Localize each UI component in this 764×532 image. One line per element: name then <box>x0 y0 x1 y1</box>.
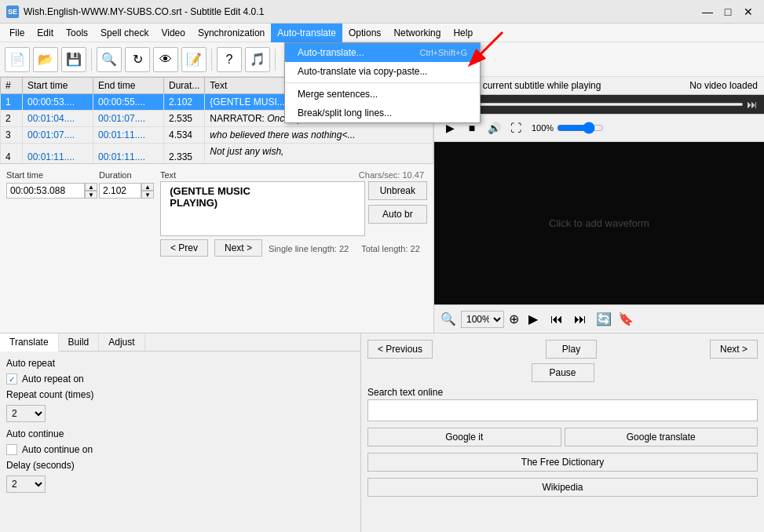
col-num: # <box>1 78 23 94</box>
delay-select[interactable]: 2 3 5 <box>6 476 46 493</box>
maximize-button[interactable]: □ <box>718 5 737 19</box>
view-button[interactable]: 👁 <box>153 47 178 72</box>
waveform-skip-end[interactable]: ⏭ <box>747 98 758 111</box>
cell-end: 00:01:07.... <box>93 111 164 127</box>
translate-next-button[interactable]: Next > <box>710 340 758 359</box>
start-time-up[interactable]: ▲ <box>85 183 97 191</box>
titlebar-left: SE Wish.English-WWW.MY-SUBS.CO.srt - Sub… <box>6 5 264 18</box>
next-button[interactable]: Next > <box>214 239 262 257</box>
auto-continue-on-label: Auto continue on <box>22 444 93 455</box>
start-time-down[interactable]: ▼ <box>85 191 97 199</box>
total-length: Total length: 22 <box>361 244 420 253</box>
tab-build[interactable]: Build <box>59 333 100 351</box>
menu-edit[interactable]: Edit <box>31 24 60 42</box>
close-button[interactable]: ✕ <box>739 5 758 19</box>
cell-start: 00:01:11.... <box>23 144 93 164</box>
start-time-group: Start time ▲ ▼ <box>6 170 93 199</box>
minimize-button[interactable]: — <box>698 5 717 19</box>
help-button[interactable]: ? <box>217 47 242 72</box>
menu-tools[interactable]: Tools <box>60 24 94 42</box>
auto-repeat-row: Auto repeat <box>6 358 354 369</box>
duration-up[interactable]: ▲ <box>141 183 154 191</box>
cell-start: 00:01:04.... <box>23 111 93 127</box>
auto-br-button[interactable]: Auto br <box>368 205 427 224</box>
dropdown-merge-sentences[interactable]: Merge sentences... <box>285 85 480 104</box>
translate-nav-top: < Previous Play Next > <box>367 340 758 359</box>
menu-options[interactable]: Options <box>342 24 387 42</box>
waveform-button[interactable]: 🎵 <box>245 47 270 72</box>
app-icon: SE <box>6 5 19 18</box>
menu-synchronization[interactable]: Synchronization <box>192 24 271 42</box>
volume-button[interactable]: 🔊 <box>484 118 503 137</box>
tab-adjust[interactable]: Adjust <box>99 333 144 351</box>
duration-down[interactable]: ▼ <box>141 191 154 199</box>
google-it-button[interactable]: Google it <box>367 428 561 446</box>
video-content[interactable]: Click to add waveform <box>434 142 764 304</box>
zoom-select[interactable]: 100% <box>461 311 504 328</box>
table-row[interactable]: 4 00:01:11.... 00:01:11.... 2.335 Not ju… <box>1 144 433 164</box>
search-label: Search text online <box>367 387 758 398</box>
google-translate-button[interactable]: Google translate <box>565 428 759 446</box>
open-button[interactable]: 📂 <box>33 47 58 72</box>
dropdown-break-split[interactable]: Break/split long lines... <box>285 104 480 122</box>
search-input[interactable] <box>367 399 758 421</box>
zoom-out-icon[interactable]: 🔍 <box>440 312 456 326</box>
menu-help[interactable]: Help <box>447 24 479 42</box>
cell-num: 1 <box>1 94 23 111</box>
free-dictionary-button[interactable]: The Free Dictionary <box>367 453 758 472</box>
cell-start: 00:01:07.... <box>23 127 93 144</box>
save-button[interactable]: 💾 <box>61 47 86 72</box>
new-button[interactable]: 📄 <box>5 47 30 72</box>
transport-bar: ▶ ■ 🔊 ⛶ 100% <box>434 114 764 142</box>
unbreak-buttons: Unbreak Auto br <box>368 181 427 224</box>
dropdown-menu: Auto-translate... Ctrl+Shift+G Auto-tran… <box>284 42 481 123</box>
auto-repeat-on-checkbox[interactable] <box>6 373 17 384</box>
menu-autotranslate[interactable]: Auto-translate <box>271 24 342 42</box>
duration-input[interactable] <box>99 183 141 199</box>
translate-panel: Translate Build Adjust Auto repeat Auto … <box>0 333 361 532</box>
go-to-end-btn[interactable]: ⏭ <box>571 310 590 329</box>
fullscreen-button[interactable]: ⛶ <box>506 118 525 137</box>
dropdown-autotranslate-copypaste[interactable]: Auto-translate via copy-paste... <box>285 62 480 81</box>
pause-row: Pause <box>367 363 758 382</box>
delay-label: Delay (seconds) <box>6 460 75 471</box>
loop-btn[interactable]: 🔄 <box>594 310 613 329</box>
repeat-count-label: Repeat count (times) <box>6 389 93 400</box>
menu-spellcheck[interactable]: Spell check <box>94 24 155 42</box>
menu-video[interactable]: Video <box>155 24 191 42</box>
menu-networking[interactable]: Networking <box>387 24 447 42</box>
cell-dur: 2.102 <box>164 94 205 111</box>
tab-translate[interactable]: Translate <box>0 333 59 352</box>
refresh-button[interactable]: ↻ <box>125 47 150 72</box>
prev-button[interactable]: < Prev <box>160 239 208 257</box>
dropdown-separator <box>285 82 480 83</box>
edit-area: Start time ▲ ▼ Duration <box>0 163 433 333</box>
translate-pause-button[interactable]: Pause <box>532 363 594 382</box>
dropdown-autotranslate[interactable]: Auto-translate... Ctrl+Shift+G <box>285 43 480 62</box>
cell-text: Not just any wish,... <box>205 144 433 164</box>
start-time-input[interactable] <box>6 183 85 199</box>
titlebar-controls: — □ ✕ <box>698 5 758 19</box>
cell-num: 3 <box>1 127 23 144</box>
play-btn-bottom[interactable]: ▶ <box>524 310 543 329</box>
auto-continue-on-checkbox[interactable] <box>6 444 17 455</box>
unbreak-button[interactable]: Unbreak <box>368 181 427 200</box>
menu-file[interactable]: File <box>3 24 31 42</box>
table-row[interactable]: 3 00:01:07.... 00:01:11.... 4.534 who be… <box>1 127 433 144</box>
go-to-start-btn[interactable]: ⏮ <box>547 310 566 329</box>
translate-play-button[interactable]: Play <box>546 340 597 359</box>
repeat-count-select[interactable]: 2 3 4 <box>6 405 46 422</box>
dropdown-merge-label: Merge sentences... <box>298 89 378 100</box>
wikipedia-button[interactable]: Wikipedia <box>367 478 758 497</box>
edit-button[interactable]: 📝 <box>181 47 207 72</box>
text-area-wrap: Text Chars/sec: 10.47 (GENTLE MUSIC PLAY… <box>160 170 427 257</box>
text-label: Text <box>160 170 176 180</box>
text-edit-textarea[interactable]: (GENTLE MUSIC PLAYING) <box>160 181 365 236</box>
volume-slider[interactable] <box>557 122 604 134</box>
waveform-scrubber[interactable] <box>455 103 744 106</box>
duration-label: Duration <box>99 170 154 180</box>
translate-prev-button[interactable]: < Previous <box>367 340 433 359</box>
find-button[interactable]: 🔍 <box>97 47 122 72</box>
bookmark-btn[interactable]: 🔖 <box>618 312 634 326</box>
zoom-in-icon[interactable]: ⊕ <box>509 312 519 326</box>
